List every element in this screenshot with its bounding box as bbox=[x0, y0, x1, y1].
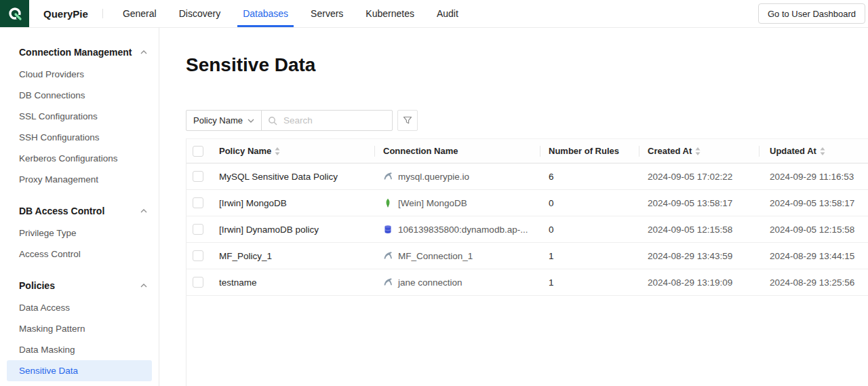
sidebar-section-header-policies[interactable]: Policies bbox=[0, 274, 159, 297]
search-input-wrapper bbox=[261, 110, 393, 131]
sidebar-item-db-connections[interactable]: DB Connections bbox=[7, 85, 152, 106]
row-cell-checkbox bbox=[186, 163, 214, 189]
sort-icon[interactable] bbox=[820, 147, 825, 155]
search-icon bbox=[268, 116, 277, 126]
row-checkbox[interactable] bbox=[193, 197, 203, 208]
table-row[interactable]: testname jane connection 1 2024-08-29 13… bbox=[186, 269, 868, 296]
sidebar-section-header-db-access-control[interactable]: DB Access Control bbox=[0, 199, 159, 223]
querypie-logo-icon bbox=[7, 6, 22, 21]
sidebar-item-ssl-configurations[interactable]: SSL Configurations bbox=[7, 106, 152, 127]
number-of-rules: 0 bbox=[549, 198, 554, 208]
policy-name[interactable]: MF_Policy_1 bbox=[219, 251, 272, 261]
header-cell-created-at[interactable]: Created At bbox=[639, 139, 760, 163]
connection-name: MF_Connection_1 bbox=[398, 251, 473, 261]
nav-tab-servers[interactable]: Servers bbox=[305, 0, 349, 27]
sidebar-item-privilege-type[interactable]: Privilege Type bbox=[7, 223, 152, 244]
go-to-user-dashboard-button[interactable]: Go to User Dashboard bbox=[758, 3, 865, 24]
sort-icon[interactable] bbox=[275, 147, 280, 155]
chevron-down-icon bbox=[248, 119, 254, 123]
column-label: Number of Rules bbox=[549, 146, 619, 156]
row-cell-connection-name: MF_Connection_1 bbox=[375, 243, 540, 269]
row-cell-connection-name: jane connection bbox=[375, 269, 540, 295]
sidebar-section-header-connection-management[interactable]: Connection Management bbox=[0, 41, 159, 64]
row-checkbox[interactable] bbox=[193, 250, 203, 261]
sidebar-item-ssh-configurations[interactable]: SSH Configurations bbox=[7, 127, 152, 148]
row-cell-number-of-rules: 6 bbox=[540, 163, 639, 189]
header-cell-number-of-rules: Number of Rules bbox=[540, 139, 639, 163]
sidebar-item-access-control[interactable]: Access Control bbox=[7, 244, 152, 265]
row-cell-connection-name: 106139835800:dynamodb.ap-... bbox=[375, 216, 540, 242]
column-label: Connection Name bbox=[383, 146, 458, 156]
top-navbar: QueryPie General Discovery Databases Ser… bbox=[0, 0, 868, 28]
row-checkbox[interactable] bbox=[193, 224, 203, 235]
policy-name[interactable]: testname bbox=[219, 277, 257, 288]
row-cell-created-at: 2024-08-29 13:43:59 bbox=[639, 243, 760, 269]
chevron-up-icon bbox=[140, 50, 147, 54]
querypie-logo[interactable] bbox=[0, 0, 29, 27]
row-cell-updated-at: 2024-08-29 13:44:15 bbox=[760, 243, 868, 269]
nav-tab-discovery[interactable]: Discovery bbox=[174, 0, 226, 27]
updated-at: 2024-08-29 13:25:56 bbox=[770, 277, 854, 288]
table-row[interactable]: [Irwin] DynamoDB policy 106139835800:dyn… bbox=[186, 216, 868, 243]
column-label: Policy Name bbox=[219, 146, 271, 156]
table-row[interactable]: MySQL Sensitive Data Policy mysql.queryp… bbox=[186, 163, 868, 190]
created-at: 2024-08-29 13:19:09 bbox=[648, 277, 732, 288]
search-input[interactable] bbox=[282, 115, 386, 126]
sidebar-item-kerberos-configurations[interactable]: Kerberos Configurations bbox=[7, 148, 152, 169]
row-cell-policy-name: MF_Policy_1 bbox=[214, 243, 375, 269]
mysql-icon bbox=[383, 277, 393, 287]
app-root: QueryPie General Discovery Databases Ser… bbox=[0, 0, 868, 386]
sidebar-item-data-access[interactable]: Data Access bbox=[7, 297, 152, 318]
updated-at: 2024-09-05 13:58:17 bbox=[770, 198, 854, 208]
nav-tab-audit[interactable]: Audit bbox=[431, 0, 464, 27]
header-cell-policy-name[interactable]: Policy Name bbox=[214, 139, 375, 163]
chevron-up-icon bbox=[140, 209, 147, 213]
sidebar-item-cloud-providers[interactable]: Cloud Providers bbox=[7, 64, 152, 85]
filter-toolbar: Policy Name bbox=[186, 110, 868, 131]
connection-name: 106139835800:dynamodb.ap-... bbox=[398, 225, 528, 235]
page-title: Sensitive Data bbox=[186, 53, 868, 77]
table-row[interactable]: MF_Policy_1 MF_Connection_1 1 2024-08-29… bbox=[186, 243, 868, 269]
header-cell-updated-at[interactable]: Updated At bbox=[760, 139, 868, 163]
filter-button[interactable] bbox=[397, 110, 418, 131]
nav-tab-kubernetes[interactable]: Kubernetes bbox=[360, 0, 420, 27]
policy-name[interactable]: MySQL Sensitive Data Policy bbox=[219, 172, 338, 182]
sidebar-section-policies: Policies Data Access Masking Pattern Dat… bbox=[0, 274, 159, 381]
row-cell-updated-at: 2024-08-29 13:25:56 bbox=[760, 269, 868, 295]
nav-tab-databases[interactable]: Databases bbox=[237, 0, 294, 27]
row-checkbox[interactable] bbox=[193, 277, 203, 288]
row-cell-created-at: 2024-09-05 13:58:17 bbox=[639, 190, 760, 216]
section-title: Policies bbox=[19, 280, 55, 291]
dropdown-label: Policy Name bbox=[193, 115, 243, 126]
row-cell-created-at: 2024-09-05 17:02:22 bbox=[639, 163, 760, 189]
row-cell-checkbox bbox=[186, 216, 214, 242]
number-of-rules: 1 bbox=[549, 277, 554, 288]
sidebar-item-proxy-management[interactable]: Proxy Management bbox=[7, 169, 152, 190]
row-cell-number-of-rules: 1 bbox=[540, 243, 639, 269]
row-cell-checkbox bbox=[186, 269, 214, 295]
main-layout: Connection Management Cloud Providers DB… bbox=[0, 28, 868, 386]
connection-name: mysql.querypie.io bbox=[398, 172, 469, 182]
row-cell-updated-at: 2024-09-05 13:58:17 bbox=[760, 190, 868, 216]
column-label: Created At bbox=[648, 146, 692, 156]
row-cell-created-at: 2024-08-29 13:19:09 bbox=[639, 269, 760, 295]
created-at: 2024-09-05 13:58:17 bbox=[648, 198, 732, 208]
row-cell-policy-name: [Irwin] DynamoDB policy bbox=[214, 216, 375, 242]
sort-icon[interactable] bbox=[695, 147, 701, 155]
connection-name: [Wein] MongoDB bbox=[398, 198, 467, 208]
row-cell-number-of-rules: 1 bbox=[540, 269, 639, 295]
table-row[interactable]: [Irwin] MongoDB [Wein] MongoDB 0 2024-09… bbox=[186, 190, 868, 216]
nav-tab-general[interactable]: General bbox=[117, 0, 162, 27]
sidebar-item-sensitive-data[interactable]: Sensitive Data bbox=[7, 360, 152, 381]
dynamodb-icon bbox=[383, 225, 393, 234]
row-checkbox[interactable] bbox=[193, 171, 203, 182]
policy-name[interactable]: [Irwin] MongoDB bbox=[219, 198, 287, 208]
policy-name-filter-dropdown[interactable]: Policy Name bbox=[186, 110, 262, 131]
select-all-checkbox[interactable] bbox=[193, 146, 203, 157]
sidebar-item-data-masking[interactable]: Data Masking bbox=[7, 339, 152, 360]
updated-at: 2024-08-29 13:44:15 bbox=[770, 251, 854, 261]
row-cell-number-of-rules: 0 bbox=[540, 216, 639, 242]
section-title: DB Access Control bbox=[19, 206, 104, 216]
sidebar-item-masking-pattern[interactable]: Masking Pattern bbox=[7, 318, 152, 339]
policy-name[interactable]: [Irwin] DynamoDB policy bbox=[219, 225, 319, 235]
